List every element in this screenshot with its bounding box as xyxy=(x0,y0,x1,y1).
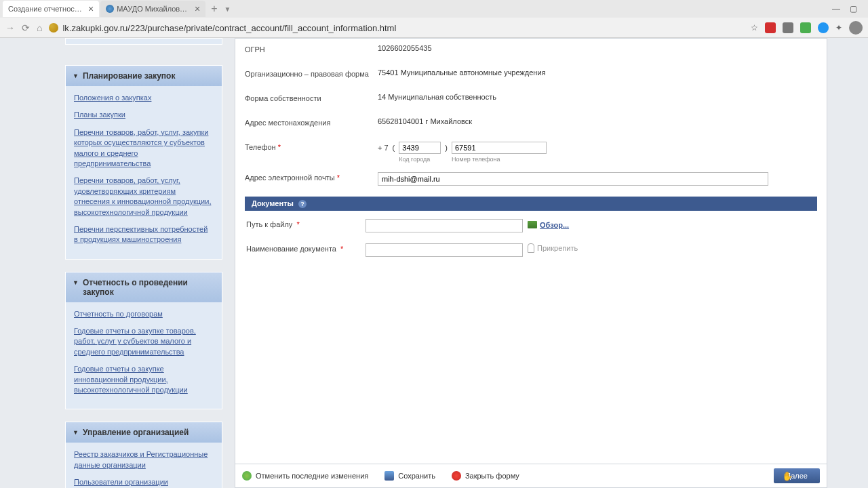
field-label: Адрес электронной почты * xyxy=(245,172,378,182)
reload-icon[interactable]: ⟳ xyxy=(22,22,30,33)
form-row-phone: Телефон * + 7 ( Код города ) Номер тел xyxy=(245,142,817,163)
browse-label: Обзор... xyxy=(540,221,569,229)
folder-icon xyxy=(528,221,537,228)
sidebar-link[interactable]: Перечни перспективных потребностей в про… xyxy=(74,224,214,245)
tab-title: Создание отчетности по xyxy=(8,5,83,13)
field-value: 75401 Муниципальные автономные учреждени… xyxy=(378,68,817,77)
extensions-icon[interactable]: ✦ xyxy=(835,23,842,33)
phone-hint: Номер телефона xyxy=(452,156,547,163)
field-label: ОГРН xyxy=(245,44,378,54)
favicon-icon xyxy=(106,5,114,13)
attach-button[interactable]: Прикрепить xyxy=(528,243,578,253)
sidebar-header[interactable]: ▼ Планирование закупок xyxy=(66,66,222,86)
phone-code-input[interactable] xyxy=(399,142,441,154)
close-button[interactable]: Закрыть форму xyxy=(452,471,519,481)
next-button[interactable]: ✋ Далее xyxy=(774,468,820,483)
home-icon[interactable]: ⌂ xyxy=(37,22,42,33)
field-value: 65628104001 г Михайловск xyxy=(378,117,817,125)
action-label: Отменить последние изменения xyxy=(256,472,368,480)
sidebar-header[interactable]: ▼ Отчетность о проведении закупок xyxy=(66,272,222,302)
minimize-icon[interactable]: — xyxy=(832,4,840,14)
help-icon[interactable]: ? xyxy=(298,200,307,208)
extension-icon[interactable] xyxy=(800,22,811,33)
sidebar-header-label: Планирование закупок xyxy=(83,71,175,81)
extension-icon[interactable] xyxy=(765,22,776,33)
maximize-icon[interactable]: ▢ xyxy=(850,4,857,14)
forward-icon[interactable]: → xyxy=(5,22,15,33)
extension-icon[interactable] xyxy=(818,22,829,33)
save-button[interactable]: Сохранить xyxy=(384,471,435,481)
action-label: Закрыть форму xyxy=(465,472,519,480)
sidebar-link[interactable]: Реестр заказчиков и Регистрационные данн… xyxy=(74,449,214,470)
sidebar-header-label: Отчетность о проведении закупок xyxy=(83,278,215,297)
sidebar-header[interactable]: ▼ Управление организацией xyxy=(66,422,222,443)
field-label: Адрес местонахождения xyxy=(245,117,378,127)
form-row-address: Адрес местонахождения 65628104001 г Миха… xyxy=(245,117,817,132)
sidebar-section-management: ▼ Управление организацией Реестр заказчи… xyxy=(65,422,222,488)
sidebar-header-label: Управление организацией xyxy=(83,428,189,437)
extension-icon[interactable] xyxy=(783,22,793,33)
action-label: Сохранить xyxy=(398,472,435,480)
sidebar-link[interactable]: Планы закупки xyxy=(74,110,214,120)
sidebar-section-planning: ▼ Планирование закупок Положения о закуп… xyxy=(65,65,222,260)
file-path-input[interactable] xyxy=(366,219,523,232)
phone-hint: Код города xyxy=(399,156,441,163)
field-label: Наименование документа * xyxy=(246,243,366,253)
form-row-filepath: Путь к файлу * Обзор... xyxy=(246,219,817,234)
next-label: Далее xyxy=(786,472,808,480)
field-label: Путь к файлу * xyxy=(246,219,366,228)
field-label: Организационно – правовая форма xyxy=(245,68,378,78)
sidebar-link[interactable]: Годовые отчеты о закупке товаров, работ,… xyxy=(74,326,214,357)
form-row-opf: Организационно – правовая форма 75401 Му… xyxy=(245,68,817,83)
sidebar-link[interactable]: Годовые отчеты о закупке инновационной п… xyxy=(74,364,214,395)
form-row-email: Адрес электронной почты * xyxy=(245,172,817,187)
paperclip-icon xyxy=(528,243,534,253)
sidebar-link[interactable]: Отчетность по договорам xyxy=(74,309,214,319)
close-icon xyxy=(452,471,461,481)
browse-button[interactable]: Обзор... xyxy=(528,221,569,229)
undo-icon xyxy=(242,471,252,481)
email-input[interactable] xyxy=(378,172,768,186)
browser-tab-1[interactable]: Создание отчетности по × xyxy=(3,1,99,17)
browser-chrome: Создание отчетности по × МАУДО Михайловс… xyxy=(0,0,868,38)
tab-dropdown-icon[interactable]: ▼ xyxy=(222,5,234,13)
form-row-ownership: Форма собственности 14 Муниципальная соб… xyxy=(245,93,817,108)
url-text: lk.zakupki.gov.ru/223/purchase/private/c… xyxy=(62,23,396,33)
tab-title: МАУДО Михайловская xyxy=(117,5,189,13)
star-icon[interactable]: ☆ xyxy=(751,23,758,33)
chevron-down-icon: ▼ xyxy=(73,73,79,79)
tab-close-icon[interactable]: × xyxy=(195,3,200,14)
new-tab-button[interactable]: + xyxy=(207,3,221,15)
sidebar-link[interactable]: Пользователи организации xyxy=(74,477,214,487)
profile-icon[interactable] xyxy=(849,21,863,35)
phone-number-input[interactable] xyxy=(452,142,547,154)
field-value: 14 Муниципальная собственность xyxy=(378,93,817,101)
page-body: ▼ Планирование закупок Положения о закуп… xyxy=(0,38,868,488)
doc-name-input[interactable] xyxy=(366,243,523,257)
sidebar: ▼ Планирование закупок Положения о закуп… xyxy=(65,38,222,488)
field-label: Телефон * xyxy=(245,142,378,151)
url-field[interactable]: lk.zakupki.gov.ru/223/purchase/private/c… xyxy=(49,23,744,33)
attach-label: Прикрепить xyxy=(537,244,578,252)
main-content: ОГРН 1026602055435 Организационно – прав… xyxy=(235,38,827,488)
form-row-docname: Наименование документа * Прикрепить xyxy=(246,243,817,258)
sidebar-top-fragment xyxy=(65,38,222,45)
sidebar-section-reporting: ▼ Отчетность о проведении закупок Отчетн… xyxy=(65,272,222,410)
form-area: ОГРН 1026602055435 Организационно – прав… xyxy=(235,39,827,273)
paren-close: ) xyxy=(445,142,448,152)
sidebar-link[interactable]: Положения о закупках xyxy=(74,93,214,103)
sidebar-link[interactable]: Перечни товаров, работ, услуг, удовлетво… xyxy=(74,176,214,218)
undo-button[interactable]: Отменить последние изменения xyxy=(242,471,368,481)
browser-tab-2[interactable]: МАУДО Михайловская × xyxy=(100,1,205,17)
action-bar: Отменить последние изменения Сохранить З… xyxy=(235,464,827,487)
site-icon xyxy=(49,23,58,33)
tab-close-icon[interactable]: × xyxy=(88,3,94,14)
tab-bar: Создание отчетности по × МАУДО Михайловс… xyxy=(0,0,868,18)
phone-prefix: + 7 xyxy=(378,142,389,152)
sidebar-link[interactable]: Перечни товаров, работ, услуг, закупки к… xyxy=(74,127,214,169)
documents-header: Документы ? xyxy=(245,197,817,211)
save-icon xyxy=(384,471,394,481)
paren-open: ( xyxy=(393,142,395,152)
chevron-down-icon: ▼ xyxy=(73,429,79,436)
address-bar: → ⟳ ⌂ lk.zakupki.gov.ru/223/purchase/pri… xyxy=(0,18,868,38)
